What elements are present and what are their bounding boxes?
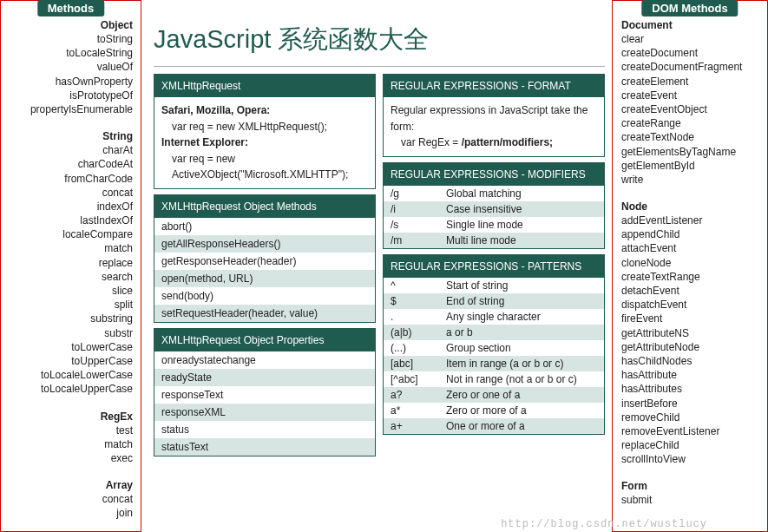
table-row: a+One or more of a <box>384 418 604 434</box>
sidebar-item: exec <box>3 451 136 465</box>
table-cell-key: . <box>391 311 446 323</box>
table-cell-key: a* <box>391 404 446 417</box>
table-cell-value: Zero or more of a <box>446 404 597 417</box>
sidebar-group: Arrayconcatjoin <box>3 479 136 520</box>
sidebar-item: hasAttributes <box>621 382 763 396</box>
xhr-panel: XMLHttpRequest Safari, Mozilla, Opera:va… <box>154 74 376 189</box>
list-item: open(method, URL) <box>154 270 375 287</box>
sidebar-item: replaceChild <box>621 438 763 452</box>
sidebar-item: propertyIsEnumerable <box>3 102 136 116</box>
regex-patterns-list: ^Start of string$End of string.Any singl… <box>384 278 604 434</box>
sidebar-item: hasAttribute <box>621 368 763 382</box>
table-cell-key: (a|b) <box>391 326 446 338</box>
xhr-panel-body: Safari, Mozilla, Opera:var req = new XML… <box>154 97 375 188</box>
sidebar-item: toLowerCase <box>3 340 136 354</box>
sidebar-item: toLocaleString <box>3 46 136 60</box>
table-row: .Any single character <box>384 309 604 325</box>
xhr-line: Safari, Mozilla, Opera: <box>161 102 368 119</box>
list-item: setRequestHeader(header, value) <box>154 305 375 322</box>
regex-modifiers-panel: REGULAR EXPRESSIONS - MODIFIERS /gGlobal… <box>383 162 605 249</box>
sidebar-item: clear <box>621 32 763 46</box>
list-item: onreadystatechange <box>154 351 375 369</box>
sidebar-group: DocumentclearcreateDocumentcreateDocumen… <box>621 19 763 187</box>
table-row: (...)Group section <box>384 340 604 356</box>
sidebar-item: getAttributeNS <box>621 326 763 340</box>
sidebar-group: NodeaddEventListenerappendChildattachEve… <box>621 200 763 466</box>
list-item: getResponseHeader(header) <box>154 253 375 270</box>
xhr-methods-list: abort()getAllResponseHeaders()getRespons… <box>154 218 375 322</box>
xhr-methods-panel: XMLHttpRequest Object Methods abort()get… <box>154 194 376 323</box>
sidebar-item: removeChild <box>621 410 763 424</box>
table-cell-key: $ <box>391 295 446 307</box>
list-item: statusText <box>154 438 375 456</box>
sidebar-item: toUpperCase <box>3 354 136 368</box>
sidebar-item: cloneNode <box>621 256 763 270</box>
sidebar-item: appendChild <box>621 227 763 241</box>
sidebar-item: createEventObject <box>621 102 763 116</box>
sidebar-item: valueOf <box>3 60 136 74</box>
table-row: /mMulti line mode <box>384 233 604 248</box>
regex-format-body: Regular expressions in JavaScript take t… <box>384 97 604 156</box>
sidebar-item: isPrototypeOf <box>3 89 136 102</box>
sidebar-item: addEventListener <box>621 213 763 227</box>
sidebar-item: split <box>3 298 136 312</box>
list-item: responseText <box>154 386 375 404</box>
table-row: [abc]Item in range (a or b or c) <box>384 356 604 371</box>
regex-patterns-panel: REGULAR EXPRESSIONS - PATTERNS ^Start of… <box>383 254 605 435</box>
table-cell-value: Case insensitive <box>446 203 597 215</box>
sidebar-item: toString <box>3 32 136 46</box>
sidebar-group: StringcharAtcharCodeAtfromCharCodeconcat… <box>3 130 136 396</box>
sidebar-group-title: Array <box>3 479 136 491</box>
table-cell-key: (...) <box>391 342 446 354</box>
table-cell-value: Single line mode <box>446 219 597 231</box>
sidebar-item: slice <box>3 284 136 298</box>
page-title: JavaScript 系统函数大全 <box>154 9 605 67</box>
list-item: responseXML <box>154 404 375 421</box>
table-cell-key: ^ <box>391 279 446 292</box>
table-cell-value: Multi line mode <box>446 234 597 246</box>
table-row: a*Zero or more of a <box>384 403 604 418</box>
sidebar-group-title: RegEx <box>3 410 136 423</box>
regex-patterns-header: REGULAR EXPRESSIONS - PATTERNS <box>384 255 604 278</box>
page-root: Methods ObjecttoStringtoLocaleStringvalu… <box>0 0 768 532</box>
sidebar-item: fireEvent <box>621 312 763 325</box>
sidebar-item: indexOf <box>3 200 136 213</box>
sidebar-group-title: String <box>3 130 136 142</box>
sidebar-item: lastIndexOf <box>3 213 136 227</box>
table-cell-value: Start of string <box>446 279 597 292</box>
sidebar-item: attachEvent <box>621 241 763 255</box>
xhr-methods-header: XMLHttpRequest Object Methods <box>154 195 375 218</box>
sidebar-group-title: Document <box>621 19 763 31</box>
sidebar-item: createElement <box>621 75 763 89</box>
table-cell-value: Not in range (not a or b or c) <box>446 373 597 385</box>
sidebar-item: charAt <box>3 143 136 157</box>
table-cell-value: One or more of a <box>446 420 597 432</box>
list-item: readyState <box>154 369 375 386</box>
regex-modifiers-list: /gGlobal matching/iCase insensitive/sSin… <box>384 186 604 248</box>
table-row: [^abc]Not in range (not a or b or c) <box>384 371 604 387</box>
sidebar-item: charCodeAt <box>3 157 136 171</box>
table-cell-key: [abc] <box>391 358 446 370</box>
sidebar-item: substring <box>3 312 136 325</box>
sidebar-group-title: Object <box>3 19 136 31</box>
sidebar-item: getAttributeNode <box>621 340 763 354</box>
xhr-props-header: XMLHttpRequest Object Properties <box>154 329 375 351</box>
watermark: http://blog.csdn.net/wustlucy <box>501 518 707 530</box>
xhr-props-list: onreadystatechangereadyStateresponseText… <box>154 351 375 456</box>
sidebar-group: ObjecttoStringtoLocaleStringvalueOfhasOw… <box>3 19 136 116</box>
xhr-line: Internet Explorer: <box>161 135 368 151</box>
table-cell-value: a or b <box>446 326 597 338</box>
methods-sidebar: Methods ObjecttoStringtoLocaleStringvalu… <box>0 0 141 532</box>
sidebar-item: createRange <box>621 116 763 130</box>
table-cell-value: Item in range (a or b or c) <box>446 358 597 370</box>
sidebar-group: Formsubmit <box>621 480 763 507</box>
sidebar-item: getElementById <box>621 159 763 173</box>
regex-format-line1: Regular expressions in JavaScript take t… <box>391 102 597 135</box>
dom-methods-sidebar: DOM Methods DocumentclearcreateDocumentc… <box>612 0 768 532</box>
sidebar-item: insertBefore <box>621 397 763 410</box>
sidebar-item: substr <box>3 326 136 340</box>
sidebar-item: scrollIntoView <box>621 452 763 466</box>
table-row: $End of string <box>384 293 604 309</box>
sidebar-item: submit <box>621 493 763 507</box>
sidebar-item: createTextRange <box>621 270 763 284</box>
